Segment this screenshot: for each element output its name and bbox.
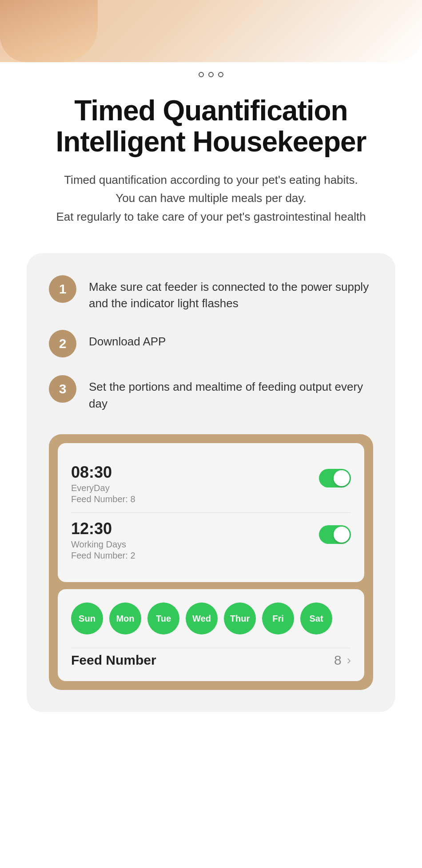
schedule-info-2: 12:30 Working Days Feed Number: 2 bbox=[71, 521, 135, 561]
feed-number-row[interactable]: Feed Number 8 › bbox=[71, 648, 351, 668]
days-feed-card: Sun Mon Tue Wed Thur Fri Sat bbox=[58, 589, 364, 681]
day-sat[interactable]: Sat bbox=[300, 602, 332, 634]
schedule-time-1: 08:30 bbox=[71, 464, 135, 480]
schedule-time-2: 12:30 bbox=[71, 521, 135, 537]
schedule-details-2: Working Days Feed Number: 2 bbox=[71, 539, 135, 561]
steps-list: 1 Make sure cat feeder is connected to t… bbox=[49, 275, 373, 412]
schedule-feed-1: Feed Number: 8 bbox=[71, 494, 135, 504]
dot-2 bbox=[208, 72, 214, 77]
feed-number-label: Feed Number bbox=[71, 653, 156, 668]
step-number-1: 1 bbox=[49, 275, 76, 303]
page-subtitle: Timed quantification according to your p… bbox=[13, 171, 409, 226]
dot-1 bbox=[199, 72, 204, 77]
chevron-right-icon: › bbox=[347, 653, 351, 667]
day-fri[interactable]: Fri bbox=[262, 602, 294, 634]
page-title: Timed Quantification Intelligent Houseke… bbox=[13, 95, 409, 158]
day-sun[interactable]: Sun bbox=[71, 602, 103, 634]
schedule-repeat-1: EveryDay bbox=[71, 483, 135, 493]
toggle-knob-2 bbox=[334, 527, 350, 543]
days-row: Sun Mon Tue Wed Thur Fri Sat bbox=[71, 602, 351, 634]
schedule-feed-2: Feed Number: 2 bbox=[71, 551, 135, 561]
toggle-1[interactable] bbox=[319, 469, 351, 488]
main-card: 1 Make sure cat feeder is connected to t… bbox=[27, 253, 395, 713]
day-tue[interactable]: Tue bbox=[147, 602, 179, 634]
day-wed[interactable]: Wed bbox=[186, 602, 218, 634]
step-text-3: Set the portions and mealtime of feeding… bbox=[89, 375, 373, 412]
schedule-outer-card: 08:30 EveryDay Feed Number: 8 12:30 Work… bbox=[49, 434, 373, 690]
toggle-2[interactable] bbox=[319, 525, 351, 544]
schedule-info-1: 08:30 EveryDay Feed Number: 8 bbox=[71, 464, 135, 504]
step-item-2: 2 Download APP bbox=[49, 330, 373, 357]
schedule-details-1: EveryDay Feed Number: 8 bbox=[71, 483, 135, 504]
top-image-area bbox=[0, 0, 422, 62]
toggle-knob-1 bbox=[334, 470, 350, 486]
step-number-2: 2 bbox=[49, 330, 76, 357]
hero-section: Timed Quantification Intelligent Houseke… bbox=[0, 82, 422, 235]
step-number-3: 3 bbox=[49, 375, 76, 403]
step-text-1: Make sure cat feeder is connected to the… bbox=[89, 275, 373, 312]
page-dots bbox=[0, 62, 422, 82]
schedule-entry-2: 12:30 Working Days Feed Number: 2 bbox=[71, 512, 351, 569]
skin-decoration bbox=[0, 0, 98, 62]
feed-number-value: 8 bbox=[334, 653, 342, 668]
schedule-repeat-2: Working Days bbox=[71, 539, 135, 550]
dot-3 bbox=[218, 72, 223, 77]
feed-number-right: 8 › bbox=[334, 653, 351, 668]
step-text-2: Download APP bbox=[89, 330, 373, 350]
schedule-entry-1: 08:30 EveryDay Feed Number: 8 bbox=[71, 456, 351, 512]
step-item-1: 1 Make sure cat feeder is connected to t… bbox=[49, 275, 373, 312]
day-mon[interactable]: Mon bbox=[109, 602, 141, 634]
schedule-inner-card: 08:30 EveryDay Feed Number: 8 12:30 Work… bbox=[58, 443, 364, 582]
day-thur[interactable]: Thur bbox=[224, 602, 256, 634]
step-item-3: 3 Set the portions and mealtime of feedi… bbox=[49, 375, 373, 412]
